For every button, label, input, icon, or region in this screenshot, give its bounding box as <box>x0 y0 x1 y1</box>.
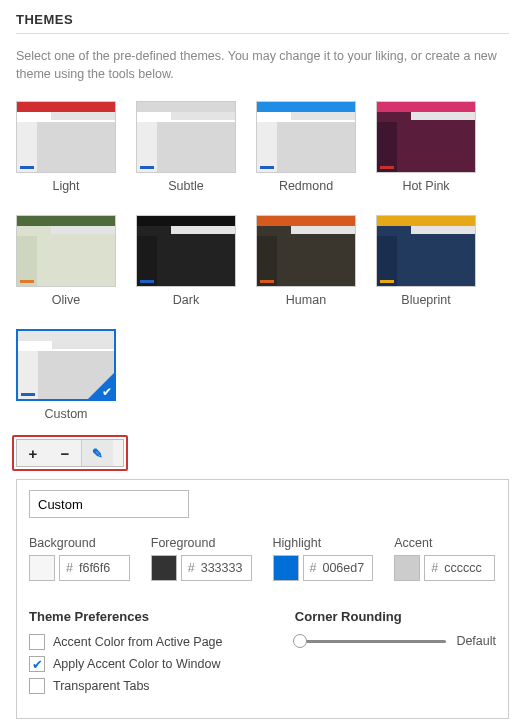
section-title: THEMES <box>16 12 509 34</box>
description-text: Select one of the pre-defined themes. Yo… <box>16 48 509 83</box>
checkbox-label: Transparent Tabs <box>53 679 150 693</box>
checkbox-icon <box>29 678 45 694</box>
theme-toolbar: + − ✎ <box>16 439 124 467</box>
checkbox-icon <box>29 656 45 672</box>
theme-edit-panel: Background # Foreground # Highlight <box>16 479 509 719</box>
theme-thumb-human[interactable]: Human <box>256 215 356 307</box>
color-row: Background # Foreground # Highlight <box>29 536 496 581</box>
theme-thumb-subtle[interactable]: Subtle <box>136 101 236 193</box>
checkbox-label: Accent Color from Active Page <box>53 635 223 649</box>
highlight-hex-input[interactable]: # <box>303 555 374 581</box>
corner-value-label: Default <box>456 634 496 648</box>
color-label: Accent <box>394 536 496 550</box>
corner-title: Corner Rounding <box>295 609 496 624</box>
corner-rounding-slider[interactable] <box>295 640 447 643</box>
pref-checkbox-1[interactable]: Apply Accent Color to Window <box>29 656 275 672</box>
preferences-title: Theme Preferences <box>29 609 275 624</box>
edit-theme-button[interactable]: ✎ <box>81 440 113 466</box>
hash-icon: # <box>304 561 321 575</box>
theme-thumb-custom[interactable]: ✔Custom <box>16 329 116 421</box>
pref-checkbox-0[interactable]: Accent Color from Active Page <box>29 634 275 650</box>
accent-hex-input[interactable]: # <box>424 555 495 581</box>
color-field-accent: Accent # <box>394 536 496 581</box>
hash-icon: # <box>60 561 77 575</box>
check-icon: ✔ <box>102 385 112 399</box>
theme-thumb-blueprint[interactable]: Blueprint <box>376 215 476 307</box>
background-hex-input[interactable]: # <box>59 555 130 581</box>
color-field-highlight: Highlight # <box>273 536 375 581</box>
theme-preferences: Theme Preferences Accent Color from Acti… <box>29 609 275 700</box>
theme-name-label: Olive <box>16 293 116 307</box>
color-label: Foreground <box>151 536 253 550</box>
corner-rounding: Corner Rounding Default <box>295 609 496 700</box>
foreground-hex-input[interactable]: # <box>181 555 252 581</box>
theme-grid: LightSubtleRedmondHot PinkOliveDarkHuman… <box>16 101 509 421</box>
theme-name-label: Subtle <box>136 179 236 193</box>
theme-name-label: Blueprint <box>376 293 476 307</box>
remove-theme-button[interactable]: − <box>49 440 81 466</box>
accent-swatch[interactable] <box>394 555 420 581</box>
background-hex-field[interactable] <box>77 560 129 576</box>
hash-icon: # <box>425 561 442 575</box>
theme-name-label: Human <box>256 293 356 307</box>
theme-name-input[interactable] <box>29 490 189 518</box>
theme-name-label: Redmond <box>256 179 356 193</box>
color-label: Highlight <box>273 536 375 550</box>
highlight-hex-field[interactable] <box>320 560 372 576</box>
theme-thumb-olive[interactable]: Olive <box>16 215 116 307</box>
theme-name-label: Dark <box>136 293 236 307</box>
checkbox-icon <box>29 634 45 650</box>
theme-name-label: Custom <box>16 407 116 421</box>
highlight-swatch[interactable] <box>273 555 299 581</box>
hash-icon: # <box>182 561 199 575</box>
background-swatch[interactable] <box>29 555 55 581</box>
theme-toolbar-wrap: + − ✎ <box>16 439 124 467</box>
accent-hex-field[interactable] <box>442 560 494 576</box>
theme-thumb-redmond[interactable]: Redmond <box>256 101 356 193</box>
add-theme-button[interactable]: + <box>17 440 49 466</box>
checkbox-label: Apply Accent Color to Window <box>53 657 220 671</box>
foreground-swatch[interactable] <box>151 555 177 581</box>
theme-thumb-dark[interactable]: Dark <box>136 215 236 307</box>
color-label: Background <box>29 536 131 550</box>
theme-name-label: Hot Pink <box>376 179 476 193</box>
foreground-hex-field[interactable] <box>199 560 251 576</box>
theme-name-label: Light <box>16 179 116 193</box>
theme-thumb-light[interactable]: Light <box>16 101 116 193</box>
theme-thumb-hot-pink[interactable]: Hot Pink <box>376 101 476 193</box>
color-field-foreground: Foreground # <box>151 536 253 581</box>
pref-checkbox-2[interactable]: Transparent Tabs <box>29 678 275 694</box>
color-field-background: Background # <box>29 536 131 581</box>
slider-knob[interactable] <box>293 634 307 648</box>
pencil-icon: ✎ <box>92 446 103 461</box>
